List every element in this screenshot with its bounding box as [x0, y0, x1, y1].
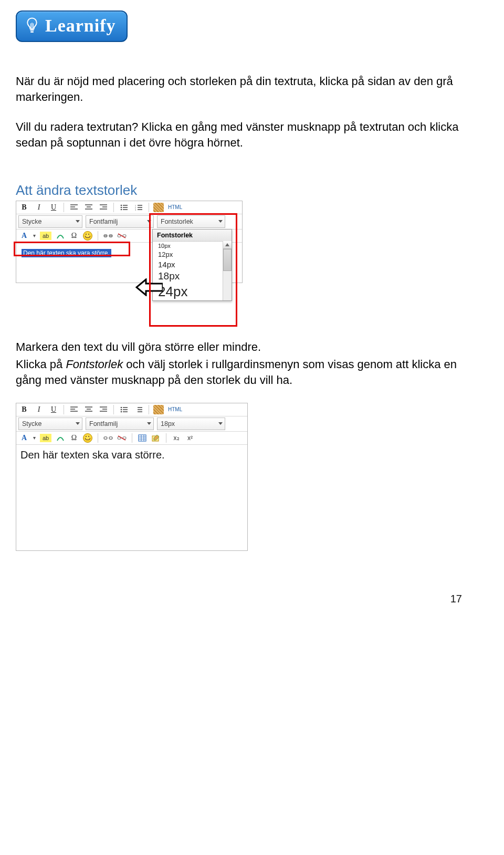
underline-button[interactable]: U — [48, 202, 59, 213]
unlink-icon[interactable] — [117, 434, 127, 442]
pointer-arrow-icon — [135, 278, 163, 296]
omega-icon[interactable]: Ω — [69, 434, 79, 442]
list-ol-icon[interactable]: 123 — [133, 202, 144, 213]
section-heading: Att ändra textstorlek — [16, 182, 462, 199]
svg-rect-24 — [139, 435, 146, 441]
editor2-content[interactable]: Den här texten ska vara större. — [16, 445, 247, 550]
caption-1: Markera den text du vill göra större ell… — [16, 339, 462, 355]
link-icon[interactable] — [103, 232, 113, 240]
fontsize-panel: Fontstorlek 10px 12px 14px 18px 24px — [152, 229, 232, 301]
svg-point-17 — [121, 409, 122, 411]
fontsize-panel-header: Fontstorlek — [153, 230, 232, 242]
svg-point-20 — [109, 436, 112, 439]
svg-point-7 — [121, 208, 122, 210]
paragraph-1: När du är nöjd med placering och storlek… — [16, 74, 462, 105]
style-dropdown[interactable]: Stycke — [18, 418, 82, 430]
panel-scrollbar[interactable] — [223, 241, 232, 300]
highlight-icon[interactable]: ab — [40, 232, 51, 240]
lightbulb-icon — [24, 17, 40, 35]
align-right-icon[interactable] — [98, 202, 109, 213]
fontfamily-dropdown[interactable]: Fontfamilj — [86, 215, 154, 228]
html-button[interactable]: HTML — [167, 204, 183, 210]
insert-image-icon[interactable] — [153, 405, 164, 414]
style-dropdown[interactable]: Stycke — [18, 215, 82, 228]
list-ol-icon[interactable] — [133, 404, 144, 415]
fontsize-option-10[interactable]: 10px — [153, 242, 232, 249]
unlink-icon[interactable] — [117, 232, 127, 240]
html-button[interactable]: HTML — [167, 406, 183, 412]
editor-screenshot-2: B I U HTML Stycke Fontfamilj 18px A ▾ ab… — [16, 403, 248, 551]
logo-badge: Learnify — [16, 11, 128, 42]
fontsize-option-12[interactable]: 12px — [153, 249, 232, 259]
svg-rect-1 — [30, 31, 34, 33]
table-icon[interactable] — [138, 434, 147, 442]
selected-text: Den här texten ska vara större. — [22, 249, 111, 257]
bold-button[interactable]: B — [18, 404, 30, 415]
link-icon[interactable] — [103, 434, 113, 442]
editor-screenshot-1: B I U 123 HTML Stycke Fontfamilj Fontsto… — [16, 201, 247, 330]
edit-icon[interactable] — [151, 434, 161, 442]
paragraph-2: Vill du radera textrutan? Klicka en gång… — [16, 119, 462, 150]
list-ul-icon[interactable] — [118, 404, 130, 415]
fontsize-dropdown[interactable]: 18px — [157, 418, 225, 430]
italic-button[interactable]: I — [33, 202, 45, 213]
smiley-icon[interactable] — [83, 231, 92, 241]
clear-format-icon[interactable] — [56, 434, 65, 442]
align-center-icon[interactable] — [83, 404, 94, 415]
clear-format-icon[interactable] — [56, 232, 65, 240]
omega-icon[interactable]: Ω — [69, 232, 79, 240]
align-left-icon[interactable] — [68, 404, 80, 415]
fontsize-option-14[interactable]: 14px — [153, 259, 232, 269]
svg-point-18 — [121, 411, 122, 413]
highlight-icon[interactable]: ab — [40, 434, 51, 442]
fontsize-option-18[interactable]: 18px — [153, 269, 232, 283]
font-color-icon[interactable]: A — [19, 232, 29, 240]
page-number: 17 — [16, 593, 462, 605]
svg-point-5 — [121, 204, 122, 206]
superscript-icon[interactable]: x² — [185, 434, 195, 442]
align-center-icon[interactable] — [83, 202, 94, 213]
underline-button[interactable]: U — [48, 404, 59, 415]
align-left-icon[interactable] — [68, 202, 80, 213]
smiley-icon[interactable] — [83, 433, 92, 443]
fontfamily-dropdown[interactable]: Fontfamilj — [86, 418, 154, 430]
toolbar2-row-3: A ▾ ab Ω x₂ x² — [16, 432, 247, 445]
font-color-icon[interactable]: A — [19, 434, 29, 442]
caption-2: Klicka på Fontstorlek och välj storlek i… — [16, 357, 462, 388]
toolbar-row-2: Stycke Fontfamilj Fontstorlek — [16, 214, 242, 230]
svg-text:3: 3 — [135, 208, 136, 211]
logo-text: Learnify — [45, 16, 116, 36]
toolbar2-row-1: B I U HTML — [16, 403, 247, 416]
svg-point-6 — [121, 206, 122, 208]
insert-image-icon[interactable] — [153, 203, 164, 212]
fontsize-dropdown[interactable]: Fontstorlek — [157, 215, 225, 228]
fontsize-option-24[interactable]: 24px — [153, 283, 232, 300]
toolbar-row-1: B I U 123 HTML — [16, 201, 242, 214]
subscript-icon[interactable]: x₂ — [172, 434, 181, 442]
svg-rect-0 — [30, 29, 34, 30]
svg-point-16 — [121, 407, 122, 409]
italic-button[interactable]: I — [33, 404, 45, 415]
svg-point-19 — [104, 436, 107, 439]
align-right-icon[interactable] — [98, 404, 109, 415]
toolbar2-row-2: Stycke Fontfamilj 18px — [16, 416, 247, 432]
bold-button[interactable]: B — [18, 202, 30, 213]
list-ul-icon[interactable] — [118, 202, 130, 213]
